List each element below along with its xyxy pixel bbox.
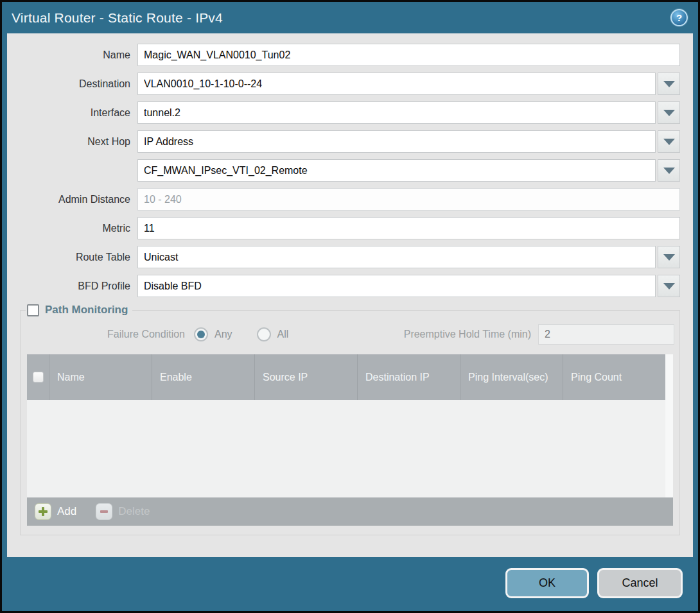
radio-selected-icon xyxy=(194,327,208,341)
table-select-all-cell xyxy=(27,354,49,400)
route-table-dropdown-button[interactable] xyxy=(658,246,680,268)
add-button-label: Add xyxy=(57,505,76,518)
plus-icon xyxy=(35,503,51,520)
preemptive-hold-time-input[interactable] xyxy=(538,324,674,345)
column-header-enable[interactable]: Enable xyxy=(152,354,254,400)
dialog-outer-frame: Virtual Router - Static Route - IPv4 ? N… xyxy=(0,0,700,613)
ok-button[interactable]: OK xyxy=(505,568,589,598)
column-header-source-ip[interactable]: Source IP xyxy=(254,354,357,400)
column-header-destination-ip[interactable]: Destination IP xyxy=(357,354,460,400)
route-table-input[interactable] xyxy=(137,246,656,268)
form-row-admin-distance: Admin Distance xyxy=(20,188,680,211)
cancel-button[interactable]: Cancel xyxy=(597,568,683,598)
path-monitoring-legend: Path Monitoring xyxy=(26,304,132,316)
preemptive-hold-time-group: Preemptive Hold Time (min) xyxy=(404,324,674,345)
path-monitoring-checkbox[interactable] xyxy=(27,304,39,316)
failure-condition-all-option[interactable]: All xyxy=(257,327,289,341)
form-row-metric: Metric xyxy=(20,217,680,239)
dialog-title: Virtual Router - Static Route - IPv4 xyxy=(12,10,223,26)
failure-condition-label: Failure Condition xyxy=(26,329,194,340)
destination-dropdown-button[interactable] xyxy=(658,73,680,95)
table-header-row: Name Enable Source IP Destination IP Pin… xyxy=(27,354,665,400)
help-icon[interactable]: ? xyxy=(670,9,688,26)
path-monitoring-title: Path Monitoring xyxy=(45,304,128,316)
next-hop-label: Next Hop xyxy=(20,136,137,148)
chevron-down-icon xyxy=(663,254,675,261)
next-hop-type-input[interactable] xyxy=(137,130,656,153)
chevron-down-icon xyxy=(663,110,675,116)
form-row-name: Name xyxy=(20,44,680,66)
next-hop-address-input[interactable] xyxy=(137,159,656,182)
failure-condition-any-option[interactable]: Any xyxy=(194,327,232,341)
preemptive-hold-time-label: Preemptive Hold Time (min) xyxy=(404,329,538,340)
next-hop-address-dropdown-button[interactable] xyxy=(658,159,680,182)
column-header-ping-interval[interactable]: Ping Interval(sec) xyxy=(460,354,563,400)
path-monitoring-options-row: Failure Condition Any All Preemptive Hol… xyxy=(26,324,674,345)
form-row-destination: Destination xyxy=(20,73,680,95)
form-row-route-table: Route Table xyxy=(20,246,680,268)
chevron-down-icon xyxy=(663,283,675,289)
static-route-dialog: Virtual Router - Static Route - IPv4 ? N… xyxy=(2,2,698,611)
form-row-next-hop-address xyxy=(20,159,680,182)
delete-button-label: Delete xyxy=(118,505,150,518)
destination-label: Destination xyxy=(20,78,137,90)
column-header-name[interactable]: Name xyxy=(49,354,152,400)
admin-distance-input[interactable] xyxy=(137,188,680,211)
chevron-down-icon xyxy=(663,139,675,145)
table-scrollbar-track[interactable] xyxy=(665,354,673,497)
admin-distance-label: Admin Distance xyxy=(20,194,137,205)
chevron-down-icon xyxy=(663,168,675,174)
dialog-body: Name Destination Interface xyxy=(7,33,693,557)
form-row-next-hop: Next Hop xyxy=(20,130,680,153)
radio-unselected-icon xyxy=(257,327,271,341)
name-input[interactable] xyxy=(137,44,680,66)
bfd-profile-dropdown-button[interactable] xyxy=(658,275,680,297)
add-button[interactable]: Add xyxy=(35,503,76,520)
bfd-profile-input[interactable] xyxy=(137,275,656,297)
destination-input[interactable] xyxy=(137,73,656,95)
table-body-empty xyxy=(27,400,665,497)
titlebar: Virtual Router - Static Route - IPv4 ? xyxy=(2,2,698,33)
column-header-ping-count[interactable]: Ping Count xyxy=(563,354,665,400)
route-table-label: Route Table xyxy=(20,252,137,263)
dialog-footer: OK Cancel xyxy=(2,557,698,611)
path-monitoring-table: Name Enable Source IP Destination IP Pin… xyxy=(27,354,673,526)
select-all-checkbox[interactable] xyxy=(33,372,44,383)
form-row-interface: Interface xyxy=(20,101,680,124)
failure-condition-all-label: All xyxy=(277,329,289,340)
bfd-profile-label: BFD Profile xyxy=(20,281,137,292)
minus-icon xyxy=(96,503,112,520)
next-hop-dropdown-button[interactable] xyxy=(658,130,680,153)
form-row-bfd-profile: BFD Profile xyxy=(20,275,680,297)
interface-label: Interface xyxy=(20,107,137,119)
table-toolbar: Add Delete xyxy=(27,497,673,526)
path-monitoring-group: Path Monitoring Failure Condition Any Al… xyxy=(20,304,680,535)
metric-label: Metric xyxy=(20,223,137,234)
interface-input[interactable] xyxy=(137,101,656,124)
metric-input[interactable] xyxy=(137,217,680,239)
name-label: Name xyxy=(20,49,137,61)
delete-button[interactable]: Delete xyxy=(96,503,150,520)
interface-dropdown-button[interactable] xyxy=(658,101,680,124)
failure-condition-any-label: Any xyxy=(214,329,232,340)
chevron-down-icon xyxy=(663,81,675,87)
